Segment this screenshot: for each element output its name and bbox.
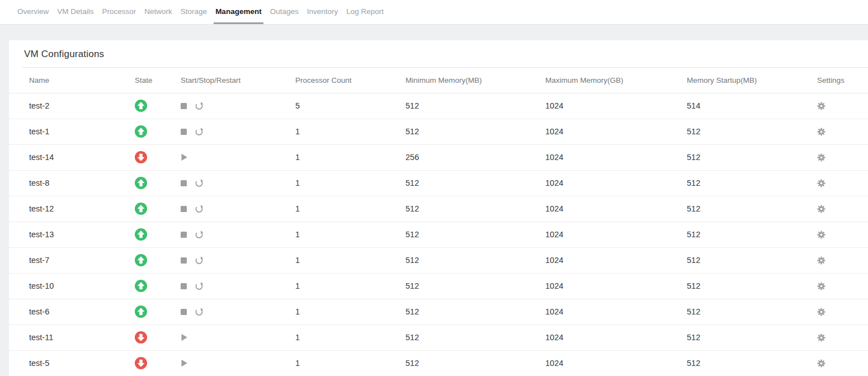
stop-icon[interactable] <box>181 180 187 186</box>
stop-icon[interactable] <box>181 206 187 212</box>
gear-icon[interactable] <box>817 282 825 290</box>
tab-management[interactable]: Management <box>214 0 263 24</box>
gear-icon[interactable] <box>817 102 825 110</box>
vm-name: test-14 <box>29 153 54 162</box>
processor-count-value: 1 <box>295 204 300 213</box>
restart-icon[interactable] <box>195 204 204 213</box>
maximum-memory-value: 1024 <box>545 256 563 265</box>
table-row: test-7 1 512 1024 512 <box>9 247 868 273</box>
table-header-row: Name State Start/Stop/Restart Processor … <box>9 68 868 93</box>
stop-icon[interactable] <box>181 283 187 289</box>
memory-startup-value: 512 <box>687 307 700 316</box>
gear-icon[interactable] <box>817 333 825 342</box>
tab-vm-details[interactable]: VM Details <box>55 0 95 24</box>
vm-name: test-7 <box>29 256 49 265</box>
play-icon[interactable] <box>181 359 188 367</box>
tab-outages[interactable]: Outages <box>268 0 300 24</box>
restart-icon[interactable] <box>195 178 204 187</box>
maximum-memory-value: 1024 <box>545 333 563 342</box>
table-row: test-13 1 512 1024 512 <box>9 222 868 247</box>
table-row: test-10 1 512 1024 512 <box>9 273 868 299</box>
table-row: test-1 1 512 1024 512 <box>9 119 868 144</box>
processor-count-value: 1 <box>295 256 300 265</box>
vm-name: test-10 <box>29 281 54 290</box>
vm-name: test-5 <box>29 359 49 368</box>
arrow-up-circle-icon <box>135 280 147 292</box>
memory-startup-value: 512 <box>687 178 700 187</box>
vm-configurations-table: Name State Start/Stop/Restart Processor … <box>9 68 868 376</box>
arrow-up-circle-icon <box>135 228 147 241</box>
minimum-memory-value: 512 <box>405 127 419 136</box>
tab-inventory[interactable]: Inventory <box>305 0 340 24</box>
stop-icon[interactable] <box>181 309 187 315</box>
table-row: test-8 1 512 1024 512 <box>9 170 868 196</box>
maximum-memory-value: 1024 <box>545 230 563 239</box>
minimum-memory-value: 512 <box>405 230 419 239</box>
table-row: test-2 5 512 1024 514 <box>9 93 868 119</box>
vm-name: test-8 <box>29 178 49 187</box>
processor-count-value: 1 <box>295 178 300 187</box>
minimum-memory-value: 512 <box>405 178 419 187</box>
processor-count-value: 1 <box>295 281 300 290</box>
maximum-memory-value: 1024 <box>545 307 563 316</box>
restart-icon[interactable] <box>195 230 204 239</box>
col-header-maximum-memory: Maximum Memory(GB) <box>536 68 678 93</box>
col-header-start-stop-restart: Start/Stop/Restart <box>172 68 286 93</box>
gear-icon[interactable] <box>817 359 825 368</box>
maximum-memory-value: 1024 <box>545 178 563 187</box>
table-row: test-14 1 256 1024 512 <box>9 144 868 170</box>
gear-icon[interactable] <box>817 153 825 162</box>
gear-icon[interactable] <box>817 256 825 265</box>
table-row: test-6 1 512 1024 512 <box>9 299 868 325</box>
arrow-up-circle-icon <box>135 306 147 318</box>
restart-icon[interactable] <box>195 307 204 316</box>
arrow-up-circle-icon <box>135 100 147 112</box>
memory-startup-value: 512 <box>687 153 700 162</box>
tab-log-report[interactable]: Log Report <box>345 0 385 24</box>
memory-startup-value: 512 <box>687 230 700 239</box>
gear-icon[interactable] <box>817 205 825 213</box>
play-icon[interactable] <box>181 153 188 161</box>
memory-startup-value: 512 <box>687 256 700 265</box>
stop-icon[interactable] <box>181 103 187 109</box>
col-header-processor-count: Processor Count <box>286 68 397 93</box>
maximum-memory-value: 1024 <box>545 101 563 110</box>
processor-count-value: 5 <box>295 101 300 110</box>
processor-count-value: 1 <box>295 153 300 162</box>
memory-startup-value: 512 <box>687 359 700 368</box>
minimum-memory-value: 512 <box>405 359 419 368</box>
arrow-up-circle-icon <box>135 203 147 215</box>
gear-icon[interactable] <box>817 128 825 136</box>
table-row: test-5 1 512 1024 512 <box>9 350 868 376</box>
maximum-memory-value: 1024 <box>545 127 563 136</box>
col-header-name: Name <box>9 68 126 93</box>
stop-icon[interactable] <box>181 257 187 264</box>
restart-icon[interactable] <box>195 281 204 290</box>
main-content: VM Configurations Name State Start/Stop/… <box>0 25 868 376</box>
maximum-memory-value: 1024 <box>545 359 563 368</box>
restart-icon[interactable] <box>195 101 204 110</box>
tab-storage[interactable]: Storage <box>179 0 209 24</box>
minimum-memory-value: 512 <box>405 256 419 265</box>
maximum-memory-value: 1024 <box>545 281 563 290</box>
gear-icon[interactable] <box>817 179 825 187</box>
restart-icon[interactable] <box>195 256 204 265</box>
stop-icon[interactable] <box>181 232 187 238</box>
memory-startup-value: 512 <box>687 333 700 342</box>
arrow-up-circle-icon <box>135 177 147 189</box>
tab-processor[interactable]: Processor <box>101 0 138 24</box>
tab-network[interactable]: Network <box>143 0 174 24</box>
restart-icon[interactable] <box>195 127 204 136</box>
tab-overview[interactable]: Overview <box>16 0 50 24</box>
page-title: VM Configurations <box>9 40 868 67</box>
stop-icon[interactable] <box>181 129 187 135</box>
gear-icon[interactable] <box>817 231 825 239</box>
gear-icon[interactable] <box>817 308 825 316</box>
vm-name: test-12 <box>29 204 54 213</box>
play-icon[interactable] <box>181 333 188 341</box>
memory-startup-value: 512 <box>687 127 700 136</box>
tab-bar: Overview VM Details Processor Network St… <box>0 0 868 25</box>
vm-name: test-11 <box>29 333 53 342</box>
minimum-memory-value: 512 <box>405 204 419 213</box>
vm-name: test-1 <box>29 127 49 136</box>
